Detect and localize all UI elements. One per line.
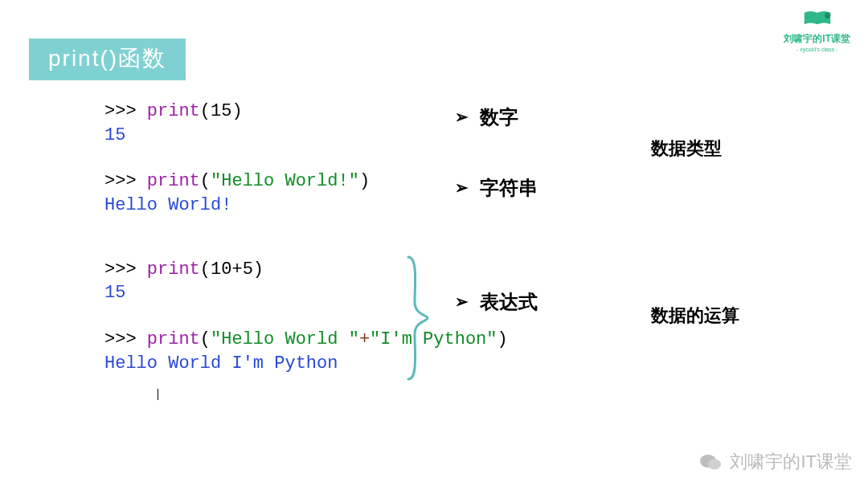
code-block-string: >>> print("Hello World!") Hello World! [104,169,508,217]
bullet-list: ➢ 数字 ➢ 字符串 ➢ 表达式 [454,104,538,315]
brand-text: 刘啸宇的IT课堂 [784,32,850,46]
paren-close: ) [253,259,264,280]
output-line: 15 [104,281,508,305]
output-line: Hello World I'm Python [104,352,508,376]
prompt: >>> [104,171,147,191]
arg-expr: 10+5 [211,259,253,280]
slide-title-text: print()函数 [48,46,166,71]
plus-op: + [359,329,370,349]
fn-name: print [147,329,200,349]
code-block-number: >>> print(15) 15 [104,100,508,147]
bullet-number: ➢ 数字 [454,104,538,130]
paren-open: ( [200,101,211,121]
fn-name: print [147,171,200,191]
paren-close: ) [497,329,508,349]
code-line: >>> print("Hello World "+"I'm Python") [104,328,508,352]
arg-number: 15 [211,101,231,121]
watermark: 刘啸宇的IT课堂 [699,450,852,474]
svg-point-2 [708,459,721,470]
code-examples: >>> print(15) 15 >>> print("Hello World!… [104,100,508,398]
paren-open: ( [200,329,211,349]
prompt: >>> [104,329,147,349]
code-block-expr-str: >>> print("Hello World "+"I'm Python") H… [104,328,508,375]
text-cursor-icon [158,389,158,400]
paren-open: ( [200,171,211,191]
fn-name: print [147,259,200,280]
arg-string-2: "I'm Python" [370,329,497,349]
brand-logo: 刘啸宇的IT课堂 - xycold's class - [784,10,850,52]
prompt: >>> [104,259,147,280]
code-line: >>> print(15) [104,100,508,124]
bullet-label: 字符串 [480,175,538,201]
output-line: Hello World! [104,194,508,218]
book-icon [803,10,832,27]
wechat-icon [699,452,722,472]
arg-string: "Hello World!" [211,171,359,191]
prompt: >>> [104,101,147,121]
bullet-expression: ➢ 表达式 [454,289,538,315]
code-line: >>> print("Hello World!") [104,169,508,194]
fn-name: print [147,101,200,121]
svg-point-0 [825,13,830,18]
paren-open: ( [200,259,211,280]
brand-subtext: - xycold's class - [784,47,850,52]
chevron-right-icon: ➢ [455,292,468,312]
annotation-datatype: 数据类型 [651,137,722,161]
arg-string-1: "Hello World " [211,329,359,349]
bullet-string: ➢ 字符串 [454,175,538,201]
code-line: >>> print(10+5) [104,258,508,282]
annotation-dataop: 数据的运算 [651,304,739,328]
slide-title-badge: print()函数 [29,39,186,80]
watermark-text: 刘啸宇的IT课堂 [730,450,852,474]
curly-brace-icon [403,254,429,382]
code-block-expr-num: >>> print(10+5) 15 [104,258,508,305]
chevron-right-icon: ➢ [455,107,468,128]
bullet-label: 数字 [480,104,518,130]
chevron-right-icon: ➢ [455,178,468,198]
paren-close: ) [359,171,370,191]
paren-close: ) [231,101,242,121]
bullet-label: 表达式 [480,289,538,315]
output-line: 15 [104,124,508,148]
